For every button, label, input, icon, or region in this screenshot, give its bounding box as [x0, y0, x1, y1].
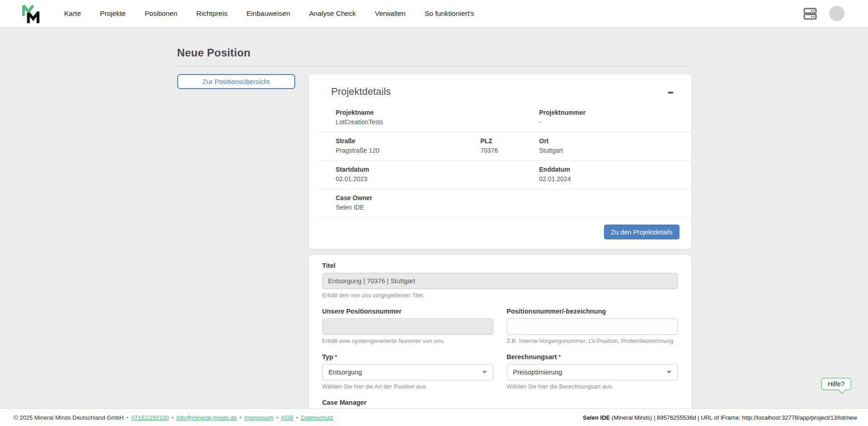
typ-field-group: Typ* Entsorgung Wählen Sie hier die Art … — [322, 353, 493, 390]
nav-item-projekte[interactable]: Projekte — [100, 9, 126, 18]
main-content: Neue Position Zur Positionsübersicht Pro… — [177, 28, 691, 426]
field-label: Projektname — [336, 108, 539, 117]
field-value: LotCreationTests — [336, 117, 539, 127]
new-position-form-card: Titel Erhält den von uns vorgegebenen Ti… — [309, 255, 691, 426]
back-to-position-overview-button[interactable]: Zur Positionsübersicht — [177, 74, 295, 89]
field-value: Pragstraße 120 — [336, 146, 481, 155]
titel-input — [322, 273, 678, 289]
help-button[interactable]: Hilfe? — [821, 378, 851, 390]
chevron-down-icon — [667, 371, 671, 374]
unsere-positionsnummer-input — [322, 318, 493, 335]
page-title: Neue Position — [177, 47, 691, 59]
project-details-table: Projektname LotCreationTests Projektnumm… — [318, 104, 691, 218]
agb-link[interactable]: AGB — [281, 414, 293, 421]
main-nav: Karte Projekte Positionen Richtpreis Ein… — [64, 9, 474, 18]
nav-item-so-funktionierts[interactable]: So funktioniert's — [425, 9, 474, 18]
titel-field-group: Titel Erhält den von uns vorgegebenen Ti… — [322, 262, 678, 299]
unsere-positionsnummer-helper: Erhält eine systemgenerierte Nummer von … — [322, 337, 493, 344]
field-label: Startdatum — [336, 165, 539, 174]
positionsnummer-input[interactable] — [507, 318, 678, 335]
positionsnummer-label: Positionsnummer/-bezeichnung — [507, 308, 678, 315]
titel-label: Titel — [322, 262, 678, 269]
berechnungsart-select[interactable]: Preisoptimierung — [507, 364, 678, 380]
field-value: - — [539, 117, 691, 127]
impressum-link[interactable]: Impressum — [244, 414, 273, 421]
titel-helper: Erhält den von uns vorgegebenen Titel. — [322, 292, 678, 299]
nav-item-positionen[interactable]: Positionen — [145, 9, 177, 18]
chevron-down-icon — [482, 371, 487, 374]
field-label: PLZ — [481, 136, 539, 146]
user-avatar-icon[interactable] — [829, 6, 844, 21]
table-row: Case Owner Selen IDE — [318, 189, 691, 218]
title-divider — [177, 66, 691, 66]
field-value: 02.01.2023 — [336, 174, 539, 184]
nav-item-karte[interactable]: Karte — [64, 9, 81, 18]
typ-label: Typ* — [322, 353, 493, 360]
server-icon[interactable] — [803, 6, 817, 21]
typ-select[interactable]: Entsorgung — [322, 364, 493, 380]
table-row: Straße Pragstraße 120 PLZ 70376 Ort Stut… — [318, 132, 691, 161]
footer-links: © 2025 Mineral Minds Deutschland GmbH • … — [14, 414, 334, 421]
positionsnummer-helper: Z.B. Interne-Vorgangsnummer, LV-Position… — [507, 337, 678, 344]
project-details-card: Projektdetails Projektname LotCreationTe… — [309, 74, 691, 249]
field-label: Straße — [336, 136, 481, 146]
top-nav: Karte Projekte Positionen Richtpreis Ein… — [0, 0, 868, 28]
nav-item-richtpreis[interactable]: Richtpreis — [196, 9, 227, 18]
email-link[interactable]: info@mineral-minds.de — [176, 414, 237, 421]
typ-helper: Wählen Sie hier die Art der Position aus… — [322, 383, 493, 390]
field-label: Projektnummer — [539, 108, 691, 117]
nav-item-analyse-check[interactable]: Analyse Check — [309, 9, 356, 18]
positionsnummer-field-group: Positionsnummer/-bezeichnung Z.B. Intern… — [507, 308, 678, 344]
field-label: Case Owner — [336, 193, 691, 203]
go-to-project-details-button[interactable]: Zu den Projektdetails — [604, 225, 679, 239]
table-row: Projektname LotCreationTests Projektnumm… — [318, 104, 691, 132]
required-asterisk: * — [558, 353, 561, 360]
berechnungsart-helper: Wählen Sie hier die Berechnungsart aus. — [507, 383, 678, 390]
berechnungsart-label: Berechnungsart* — [507, 353, 678, 360]
phone-link[interactable]: 07151/250100 — [131, 414, 169, 421]
case-manager-label: Case Manager — [322, 399, 493, 406]
collapse-icon[interactable] — [667, 89, 675, 97]
bubble-tail-icon — [839, 387, 846, 394]
table-row: Startdatum 02.01.2023 Enddatum 02.01.202… — [318, 161, 691, 189]
datenschutz-link[interactable]: Datenschutz — [301, 414, 333, 421]
required-asterisk: * — [335, 353, 337, 360]
card-title: Projektdetails — [331, 86, 391, 98]
unsere-positionsnummer-label: Unsere Positionsnummer — [322, 308, 493, 315]
footer: © 2025 Mineral Minds Deutschland GmbH • … — [0, 408, 868, 426]
field-value: 70376 — [481, 146, 539, 155]
berechnungsart-field-group: Berechnungsart* Preisoptimierung Wählen … — [507, 353, 678, 390]
mineral-minds-logo-icon[interactable] — [20, 2, 43, 25]
field-label: Enddatum — [539, 165, 691, 174]
field-value: Selen IDE — [336, 203, 691, 212]
session-info: Selen IDE (Mineral Minds) | 69576255536d… — [583, 414, 857, 421]
unsere-positionsnummer-field-group: Unsere Positionsnummer Erhält eine syste… — [322, 308, 493, 344]
field-label: Ort — [539, 136, 691, 146]
copyright-text: © 2025 Mineral Minds Deutschland GmbH — [14, 414, 124, 421]
nav-item-einbauweisen[interactable]: Einbauweisen — [246, 9, 290, 18]
field-value: Stuttgart — [539, 146, 691, 155]
header-actions — [803, 6, 844, 21]
nav-item-verwalten[interactable]: Verwalten — [375, 9, 406, 18]
field-value: 02.01.2024 — [539, 174, 691, 184]
